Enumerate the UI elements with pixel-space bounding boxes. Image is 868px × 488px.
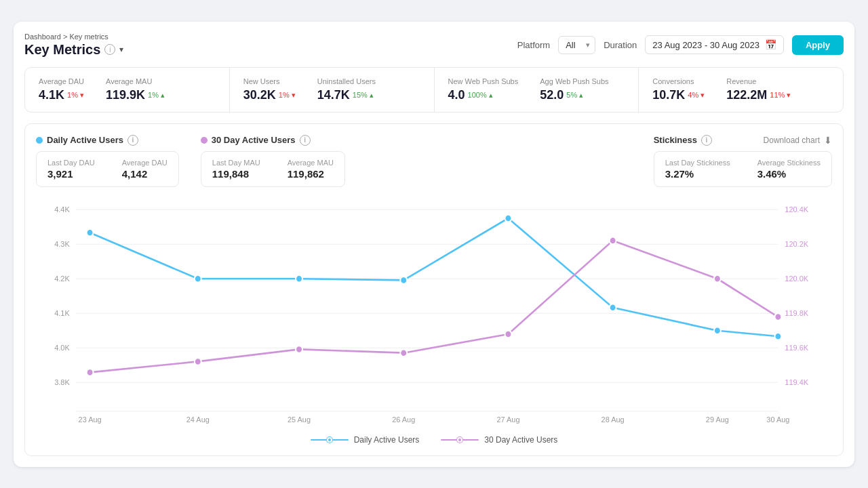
svg-point-29 bbox=[296, 274, 302, 282]
stickiness-stats: Last Day Stickiness 3.27% Average Sticki… bbox=[654, 151, 832, 187]
platform-label: Platform bbox=[517, 40, 550, 50]
svg-text:4.2K: 4.2K bbox=[54, 274, 70, 283]
metric-value: 30.2K 1% ▾ bbox=[243, 88, 296, 102]
breadcrumb-parent[interactable]: Dashboard bbox=[24, 33, 61, 41]
stickiness-average: Average Stickiness 3.46% bbox=[757, 159, 821, 180]
metric-value: 4.0 100% ▴ bbox=[448, 88, 519, 102]
dau-average: Average DAU 4,142 bbox=[122, 159, 167, 180]
mau-info-icon[interactable]: i bbox=[300, 135, 311, 146]
svg-point-41 bbox=[714, 274, 721, 282]
metric-change: 1% ▴ bbox=[148, 91, 165, 100]
metric-label: Uninstalled Users bbox=[317, 77, 376, 85]
svg-point-28 bbox=[195, 274, 201, 282]
dau-last-day-value: 3,921 bbox=[47, 168, 95, 180]
metric-change: 5% ▴ bbox=[566, 91, 583, 100]
metric-number: 52.0 bbox=[540, 88, 564, 102]
svg-text:25 Aug: 25 Aug bbox=[288, 415, 311, 423]
legend-dau-line bbox=[311, 439, 327, 441]
svg-text:23 Aug: 23 Aug bbox=[79, 415, 102, 423]
platform-select-wrapper: All bbox=[558, 36, 595, 54]
metrics-bar: Average DAU 4.1K 1% ▾ Average MAU 119.9K… bbox=[24, 67, 844, 113]
download-icon: ⬇ bbox=[824, 135, 832, 146]
dau-last-day-label: Last Day DAU bbox=[47, 159, 95, 167]
svg-point-37 bbox=[296, 346, 302, 353]
legend-mau-dot bbox=[457, 437, 462, 443]
line-chart: 4.4K 4.3K 4.2K 4.1K 4.0K 3.8K 120.4K 120… bbox=[36, 195, 832, 426]
svg-point-36 bbox=[195, 358, 201, 365]
legend-mau-line2 bbox=[462, 439, 479, 441]
metric-value: 14.7K 15% ▴ bbox=[317, 88, 376, 102]
svg-point-32 bbox=[610, 304, 616, 311]
dau-info-icon[interactable]: i bbox=[127, 135, 138, 146]
svg-text:119.6K: 119.6K bbox=[785, 344, 808, 352]
metric-group-1: Average DAU 4.1K 1% ▾ Average MAU 119.9K… bbox=[25, 68, 230, 112]
svg-text:120.0K: 120.0K bbox=[785, 274, 808, 283]
chevron-down-icon[interactable]: ▾ bbox=[119, 45, 123, 54]
mau-average-label: Average MAU bbox=[288, 159, 334, 167]
metric-label: Revenue bbox=[726, 77, 791, 85]
mau-average: Average MAU 119,862 bbox=[288, 159, 334, 180]
svg-point-40 bbox=[610, 237, 616, 244]
svg-text:27 Aug: 27 Aug bbox=[496, 415, 519, 423]
dau-stats: Last Day DAU 3,921 Average DAU 4,142 bbox=[36, 151, 179, 187]
metric-value: 52.0 5% ▴ bbox=[540, 88, 608, 102]
svg-point-34 bbox=[774, 332, 781, 340]
svg-point-42 bbox=[774, 313, 781, 321]
metric-label: Conversions bbox=[652, 77, 705, 85]
dau-dot bbox=[36, 137, 43, 144]
dau-title: Daily Active Users i bbox=[36, 135, 179, 146]
legend-dau-dot bbox=[327, 437, 332, 443]
metric-label: New Users bbox=[243, 77, 296, 85]
dau-average-label: Average DAU bbox=[122, 159, 167, 167]
svg-text:26 Aug: 26 Aug bbox=[392, 415, 415, 423]
svg-text:29 Aug: 29 Aug bbox=[706, 415, 729, 423]
metric-label: Average DAU bbox=[39, 77, 84, 85]
metric-avg-dau: Average DAU 4.1K 1% ▾ bbox=[39, 77, 84, 102]
main-container: Dashboard > Key metrics Key Metrics i ▾ … bbox=[14, 22, 854, 467]
svg-text:119.8K: 119.8K bbox=[785, 309, 808, 317]
svg-point-30 bbox=[400, 277, 407, 284]
mau-last-day: Last Day MAU 119,848 bbox=[212, 159, 260, 180]
metric-number: 122.2M bbox=[726, 88, 767, 102]
metric-number: 14.7K bbox=[317, 88, 350, 102]
calendar-icon: 📅 bbox=[765, 39, 776, 50]
metric-group-3: New Web Push Subs 4.0 100% ▴ Agg Web Pus… bbox=[435, 68, 639, 112]
svg-text:4.4K: 4.4K bbox=[54, 205, 70, 214]
stickiness-info-icon[interactable]: i bbox=[701, 135, 712, 146]
metric-new-users: New Users 30.2K 1% ▾ bbox=[243, 77, 296, 102]
svg-point-38 bbox=[400, 349, 407, 357]
platform-select[interactable]: All bbox=[558, 36, 595, 54]
stickiness-average-value: 3.46% bbox=[757, 168, 821, 180]
download-chart-button[interactable]: Download chart ⬇ bbox=[764, 135, 832, 146]
metric-value: 4.1K 1% ▾ bbox=[39, 88, 84, 102]
metric-label: Average MAU bbox=[106, 77, 165, 85]
metric-number: 30.2K bbox=[243, 88, 276, 102]
mau-block: 30 Day Active Users i Last Day MAU 119,8… bbox=[201, 135, 345, 187]
metric-group-2: New Users 30.2K 1% ▾ Uninstalled Users 1… bbox=[230, 68, 435, 112]
metric-new-web-push: New Web Push Subs 4.0 100% ▴ bbox=[448, 77, 519, 102]
dau-last-day: Last Day DAU 3,921 bbox=[47, 159, 95, 180]
metric-agg-web-push: Agg Web Push Subs 52.0 5% ▴ bbox=[540, 77, 608, 102]
mau-average-value: 119,862 bbox=[288, 168, 334, 180]
svg-text:28 Aug: 28 Aug bbox=[601, 415, 625, 423]
stickiness-last-day-label: Last Day Stickiness bbox=[665, 159, 730, 167]
metric-label: New Web Push Subs bbox=[448, 77, 519, 85]
duration-picker[interactable]: 23 Aug 2023 - 30 Aug 2023 📅 bbox=[645, 35, 784, 54]
metric-change: 11% ▾ bbox=[770, 91, 791, 100]
legend-mau-label: 30 Day Active Users bbox=[484, 435, 557, 445]
mau-title-text: 30 Day Active Users bbox=[212, 135, 296, 145]
info-icon[interactable]: i bbox=[104, 44, 115, 55]
svg-text:3.8K: 3.8K bbox=[54, 378, 70, 386]
page-title: Key Metrics bbox=[24, 42, 100, 58]
breadcrumb-current: Key metrics bbox=[69, 33, 108, 41]
mau-dot bbox=[201, 137, 208, 144]
header-controls: Platform All Duration 23 Aug 2023 - 30 A… bbox=[517, 35, 844, 55]
svg-point-31 bbox=[505, 214, 511, 222]
chart-wrapper: 4.4K 4.3K 4.2K 4.1K 4.0K 3.8K 120.4K 120… bbox=[36, 195, 832, 428]
apply-button[interactable]: Apply bbox=[792, 35, 844, 55]
metric-change: 15% ▴ bbox=[353, 91, 374, 100]
metric-value: 122.2M 11% ▾ bbox=[726, 88, 791, 102]
metric-revenue: Revenue 122.2M 11% ▾ bbox=[726, 77, 791, 102]
metric-group-4: Conversions 10.7K 4% ▾ Revenue 122.2M 11… bbox=[639, 68, 843, 112]
metric-change: 1% ▾ bbox=[279, 91, 296, 100]
